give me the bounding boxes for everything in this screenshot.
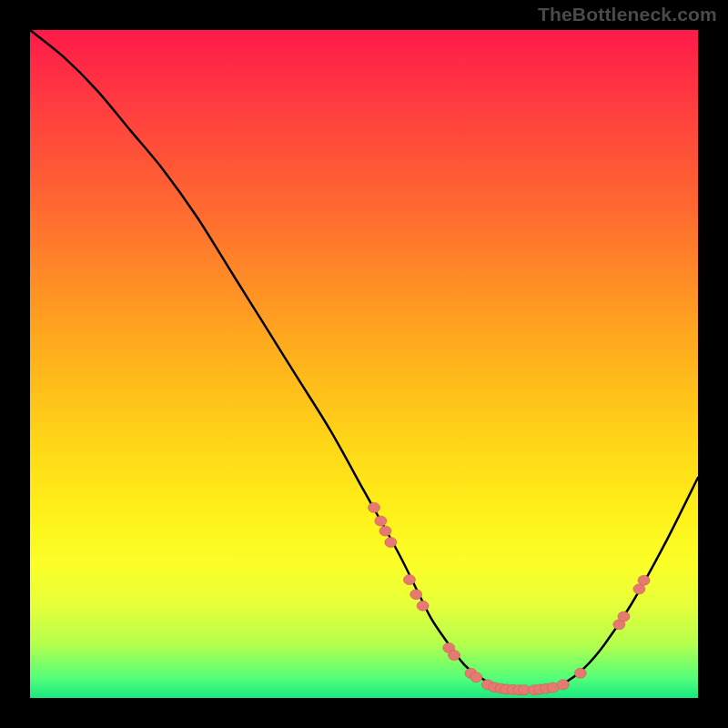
data-marker: [574, 668, 586, 678]
data-marker: [369, 502, 380, 512]
data-marker: [618, 612, 630, 622]
data-marker: [403, 575, 415, 585]
curve-line: [30, 30, 698, 690]
plot-area: [30, 30, 698, 698]
data-marker: [449, 651, 460, 661]
chart-svg: [30, 30, 698, 698]
watermark-text: TheBottleneck.com: [538, 4, 717, 25]
data-marker: [385, 537, 397, 547]
data-marker: [557, 680, 569, 690]
marker-group: [369, 502, 651, 694]
chart-frame: TheBottleneck.com: [0, 0, 728, 728]
data-marker: [410, 590, 422, 600]
data-marker: [379, 526, 391, 536]
data-marker: [375, 516, 387, 526]
data-marker: [470, 672, 482, 682]
data-marker: [417, 601, 429, 611]
data-marker: [638, 575, 650, 585]
